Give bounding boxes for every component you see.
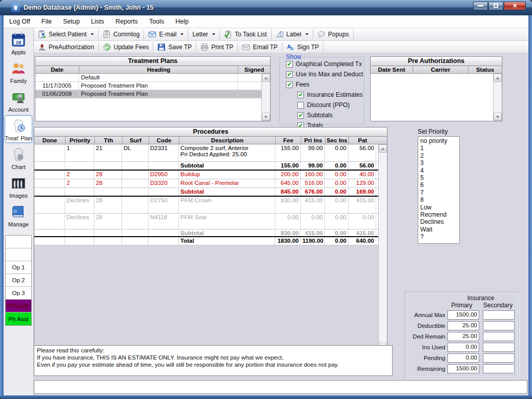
procedures-col-tth[interactable]: Tth [94, 137, 122, 144]
sidebar-module-manage[interactable]: Manage [5, 201, 32, 229]
priority-option-1[interactable]: 1 [418, 144, 459, 152]
scroll-up-icon[interactable] [262, 74, 270, 82]
insurance-secondary-deductible[interactable] [483, 321, 515, 330]
show-option-insurance-estimates[interactable]: ✔Insurance Estimates [297, 91, 364, 98]
operatory-op-1[interactable]: Op 1 [6, 261, 31, 274]
priority-option-6[interactable]: 6 [418, 181, 459, 188]
col-date-sent[interactable]: Date Sent [371, 66, 413, 73]
priority-option-5[interactable]: 5 [418, 174, 459, 181]
show-option-discount-ppo[interactable]: Discount (PPO) [297, 101, 364, 109]
sidebar-module-appts[interactable]: 18Appts [5, 29, 32, 57]
col-signed[interactable]: Signed [238, 66, 270, 73]
insurance-primary-deductible[interactable]: 25.00 [447, 321, 479, 330]
priority-option-no-priority[interactable]: no priority [418, 137, 459, 144]
show-option-subtotals[interactable]: ✔Subtotals [297, 112, 364, 119]
toolbar-button-save-tp[interactable]: Save TP [153, 41, 196, 53]
procedure-row[interactable]: 228D2950Buildup200.00160.000.0040.00 [34, 171, 378, 179]
priority-option-7[interactable]: 7 [418, 189, 459, 196]
minimize-button[interactable] [473, 2, 488, 10]
menu-item-setup[interactable]: Setup [57, 16, 86, 27]
title-bar[interactable]: Demo Database {Admin} - Smith, John - 15… [0, 0, 532, 15]
col-heading[interactable]: Heading [79, 66, 238, 73]
priority-option-8[interactable]: 8 [418, 196, 459, 203]
procedures-col-pat[interactable]: Pat [349, 137, 376, 144]
treatment-plans-scrollbar[interactable] [261, 74, 270, 121]
patient-note[interactable]: Please read this carefully:If you have i… [34, 345, 393, 376]
procedures-col-code[interactable]: Code [149, 137, 179, 144]
toolbar-button-e-mail[interactable]: E-mail [144, 28, 188, 40]
chevron-down-icon[interactable] [212, 33, 215, 35]
procedures-col-pri-ins[interactable]: Pri Ins [301, 137, 325, 144]
scroll-up-icon[interactable] [494, 74, 502, 82]
scroll-down-icon[interactable] [262, 113, 270, 121]
col-date[interactable]: Date [35, 66, 79, 73]
priority-option-wait[interactable]: Wait [418, 226, 459, 233]
toolbar-button-update-fees[interactable]: Update Fees [99, 41, 153, 53]
procedure-row[interactable]: Subtotal155.0099.000.0056.00 [34, 162, 378, 171]
toolbar-button-sign-tp[interactable]: AbSign TP [282, 41, 323, 53]
sidebar-module-treat-plan[interactable]: Treat' Plan [5, 115, 32, 143]
priority-option-low[interactable]: Low [418, 204, 459, 211]
show-option-graphical-completed-tx[interactable]: ✔Graphical Completed Tx [286, 60, 364, 68]
checkbox-checked-icon[interactable]: ✔ [286, 81, 293, 88]
insurance-primary-ins-used[interactable]: 0.00 [447, 343, 479, 352]
treatment-plan-row[interactable]: 11/17/2005Proposed Treatment Plan [35, 82, 261, 90]
toolbar-button-email-tp[interactable]: Email TP [238, 41, 281, 53]
insurance-primary-ded-remain[interactable]: 25.00 [447, 332, 479, 341]
insurance-secondary-annual-max[interactable] [483, 310, 515, 320]
show-option-fees[interactable]: ✔Fees [286, 81, 364, 88]
priority-option-2[interactable]: 2 [418, 152, 459, 159]
sidebar-module-chart[interactable]: Chart [5, 144, 32, 172]
priority-option-declines[interactable]: Declines [418, 218, 459, 225]
chevron-down-icon[interactable] [305, 33, 309, 35]
procedure-row[interactable]: 228D3320Root Canal - Premolar645.00516.0… [34, 179, 378, 188]
toolbar-button-commlog[interactable]: Commlog [98, 28, 144, 40]
menu-item-log-off[interactable]: Log Off [4, 16, 36, 27]
col-status[interactable]: Status [468, 66, 502, 73]
checkbox-checked-icon[interactable]: ✔ [286, 61, 293, 68]
priority-option-3[interactable]: 3 [418, 159, 459, 166]
insurance-primary-annual-max[interactable]: 1500.00 [447, 310, 479, 320]
sidebar-module-account[interactable]: Account [5, 87, 32, 114]
sidebar-module-family[interactable]: Family [5, 58, 32, 86]
insurance-secondary-pending[interactable] [483, 353, 515, 363]
priority-option-4[interactable]: 4 [418, 167, 459, 174]
scroll-up-icon[interactable] [379, 144, 387, 153]
priority-option-recmend[interactable]: Recmend [418, 211, 459, 218]
operatory-op-3[interactable]: Op 3 [6, 287, 31, 300]
menu-item-file[interactable]: File [36, 16, 57, 27]
procedure-row[interactable]: Declines28N4118PFM Seat0.000.000.000.00 [34, 214, 378, 229]
checkbox-checked-icon[interactable]: ✔ [297, 92, 304, 98]
scroll-down-icon[interactable] [494, 113, 502, 121]
preauth-scrollbar[interactable] [493, 74, 502, 121]
insurance-primary-pending[interactable]: 0.00 [447, 353, 479, 363]
procedure-row[interactable]: Subtotal845.00676.000.00169.00 [34, 188, 378, 197]
chevron-down-icon[interactable] [180, 33, 183, 35]
menu-item-tools[interactable]: Tools [144, 16, 170, 27]
chevron-down-icon[interactable] [91, 33, 94, 35]
insurance-secondary-ded-remain[interactable] [483, 332, 515, 341]
toolbar-button-to-task-list[interactable]: To Task List [220, 28, 271, 40]
insurance-primary-remaining[interactable]: 1500.00 [447, 364, 479, 373]
operatory-op-2[interactable]: Op 2 [6, 274, 31, 287]
toolbar-button-letter[interactable]: Letter [188, 28, 219, 40]
toolbar-button-print-tp[interactable]: Print TP [196, 41, 237, 53]
procedure-row[interactable]: Subtotal830.00415.000.00415.00 [34, 229, 378, 237]
priority-option-[interactable]: ? [418, 233, 459, 240]
menu-item-help[interactable]: Help [170, 16, 194, 27]
procedures-col-description[interactable]: Description [179, 137, 275, 144]
operatory-ptready[interactable]: PtReady [6, 300, 31, 312]
toolbar-button-preauthorization[interactable]: PreAuthorization [34, 41, 98, 53]
checkbox-checked-icon[interactable]: ✔ [297, 112, 304, 119]
procedures-col-fee[interactable]: Fee [275, 137, 301, 144]
procedure-row[interactable]: Declines28D2750PFM Crown830.00415.000.00… [34, 197, 378, 214]
bottom-note-field[interactable] [34, 380, 527, 394]
checkbox-unchecked-icon[interactable] [297, 102, 304, 109]
toolbar-button-popups[interactable]: Popups [313, 28, 353, 40]
procedures-col-done[interactable]: Done [34, 137, 65, 144]
maximize-button[interactable] [488, 2, 503, 10]
operatory-ph-asst[interactable]: Ph Asst [6, 312, 31, 325]
treatment-plan-row[interactable]: Default [35, 74, 261, 82]
insurance-secondary-remaining[interactable] [483, 364, 515, 373]
operatory-blank-0[interactable] [6, 236, 31, 248]
